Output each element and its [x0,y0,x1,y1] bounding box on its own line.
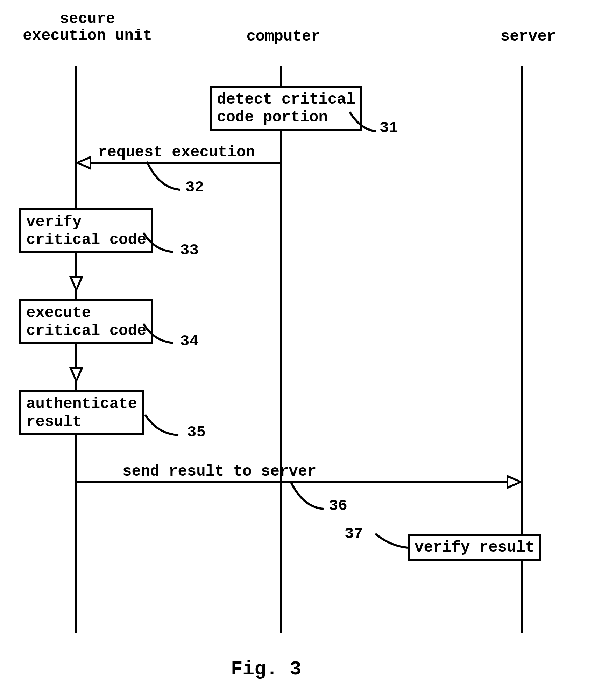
leader-33 [143,233,178,257]
lane-header-secure: secure execution unit [14,10,161,44]
lane-header-server: server [490,28,567,45]
arrowhead-34-35 [69,368,83,383]
lifeline-secure [75,66,77,634]
arrowhead-33-34 [69,276,83,292]
ref-35: 35 [187,424,206,441]
figure-label: Fig. 3 [231,658,302,680]
ref-32: 32 [185,178,204,196]
leader-35 [145,415,184,439]
arrow-label-send-result: send result to server [122,463,317,480]
box-authenticate-result: authenticate result [19,390,144,435]
leader-37 [369,534,408,558]
arrowhead-send-result [507,475,523,489]
leader-34 [143,324,178,348]
lane-header-computer: computer [238,28,329,45]
leader-36 [290,481,329,512]
arrowhead-request-execution [75,156,91,170]
box-execute-critical-code: execute critical code [19,299,153,344]
lifeline-computer [280,66,282,634]
box-detect-critical-code: detect critical code portion [210,86,362,131]
arrow-label-request-execution: request execution [98,144,255,161]
leader-32 [147,162,185,193]
ref-31: 31 [380,119,398,136]
sequence-diagram: secure execution unit computer server de… [0,0,602,700]
leader-31 [350,112,381,136]
box-verify-critical-code: verify critical code [19,208,153,253]
ref-37: 37 [345,525,363,542]
ref-33: 33 [180,241,199,259]
ref-34: 34 [180,332,199,350]
box-verify-result: verify result [408,534,541,561]
ref-36: 36 [329,497,347,514]
